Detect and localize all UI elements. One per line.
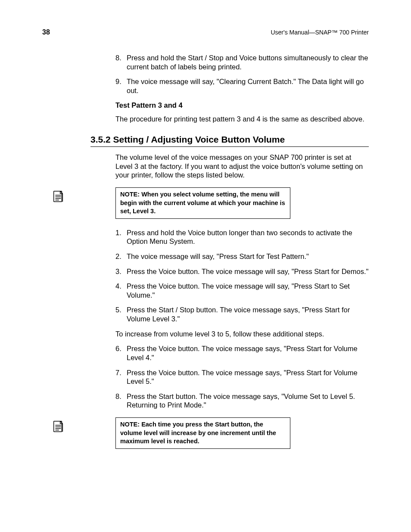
list-text: Press the Start button. The voice messag… (127, 392, 369, 410)
note-row-1: NOTE: When you select volume setting, th… (42, 187, 369, 219)
list-number: 8. (115, 53, 127, 71)
page: 38 User's Manual—SNAP™ 700 Printer 8. Pr… (0, 0, 411, 532)
list-number: 7. (115, 368, 127, 386)
list-item: 2. The voice message will say, "Press St… (115, 252, 369, 261)
list-item: 6. Press the Voice button. The voice mes… (115, 344, 369, 362)
list-item: 8. Press and hold the Start / Stop and V… (115, 53, 369, 71)
list-text: Press and hold the Voice button longer t… (127, 228, 369, 246)
list-text: Press the Voice button. The voice messag… (127, 344, 369, 362)
list-item: 4. Press the Voice button. The voice mes… (115, 282, 369, 299)
section-intro-block: The volume level of the voice messages o… (115, 153, 369, 180)
ordered-list-steps: 1. Press and hold the Voice button longe… (115, 228, 369, 324)
steps-block-1: 1. Press and hold the Voice button longe… (115, 228, 369, 410)
section-heading-352: 3.5.2 Setting / Adjusting Voice Button V… (90, 134, 369, 147)
top-list-block: 8. Press and hold the Start / Stop and V… (115, 53, 369, 123)
paragraph: The volume level of the voice messages o… (115, 153, 369, 180)
note-box: NOTE: When you select volume setting, th… (115, 187, 290, 219)
list-number: 2. (115, 252, 127, 261)
list-text: Press the Voice button. The voice messag… (127, 282, 369, 299)
list-item: 9. The voice message will say, "Clearing… (115, 77, 369, 95)
paragraph: The procedure for printing test pattern … (115, 115, 369, 124)
list-text: Press the Start / Stop button. The voice… (127, 305, 369, 323)
list-number: 3. (115, 267, 127, 276)
subheading-test-pattern: Test Pattern 3 and 4 (115, 101, 369, 109)
list-number: 9. (115, 77, 127, 95)
list-number: 5. (115, 305, 127, 323)
list-text: The voice message will say, "Clearing Cu… (127, 77, 369, 95)
list-text: Press the Voice button. The voice messag… (127, 368, 369, 386)
list-text: Press and hold the Start / Stop and Voic… (127, 53, 369, 71)
ordered-list-top: 8. Press and hold the Start / Stop and V… (115, 53, 369, 95)
ordered-list-steps-2: 6. Press the Voice button. The voice mes… (115, 344, 369, 410)
doc-title: User's Manual—SNAP™ 700 Printer (271, 29, 369, 36)
list-number: 1. (115, 228, 127, 246)
list-item: 1. Press and hold the Voice button longe… (115, 228, 369, 246)
list-text: Press the Voice button. The voice messag… (127, 267, 369, 276)
note-box: NOTE: Each time you press the Start butt… (115, 417, 290, 449)
note-row-2: NOTE: Each time you press the Start butt… (42, 417, 369, 449)
page-header: 38 User's Manual—SNAP™ 700 Printer (42, 28, 369, 36)
note-icon (44, 187, 72, 203)
list-number: 6. (115, 344, 127, 362)
paragraph: To increase from volume level 3 to 5, fo… (115, 330, 369, 339)
note-icon (44, 417, 72, 433)
list-item: 5. Press the Start / Stop button. The vo… (115, 305, 369, 323)
list-item: 3. Press the Voice button. The voice mes… (115, 267, 369, 276)
list-item: 7. Press the Voice button. The voice mes… (115, 368, 369, 386)
list-number: 4. (115, 282, 127, 299)
list-item: 8. Press the Start button. The voice mes… (115, 392, 369, 410)
page-number: 38 (42, 28, 50, 36)
list-number: 8. (115, 392, 127, 410)
list-text: The voice message will say, "Press Start… (127, 252, 369, 261)
